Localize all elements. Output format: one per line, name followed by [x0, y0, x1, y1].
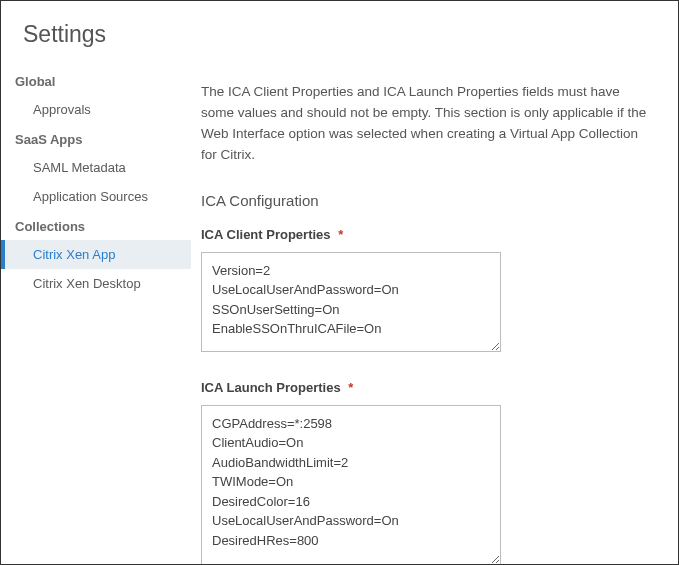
required-marker: *	[338, 227, 343, 242]
nav-label: SAML Metadata	[33, 160, 126, 175]
sidebar-section-collections: Collections	[1, 211, 191, 240]
label-text: ICA Launch Properties	[201, 380, 341, 395]
nav-label: Approvals	[33, 102, 91, 117]
field-ica-launch-properties: ICA Launch Properties *	[201, 380, 648, 564]
nav-label: Citrix Xen App	[33, 247, 115, 262]
required-marker: *	[348, 380, 353, 395]
sidebar: Global Approvals SaaS Apps SAML Metadata…	[1, 64, 191, 564]
sidebar-section-saas-apps: SaaS Apps	[1, 124, 191, 153]
field-ica-client-properties: ICA Client Properties *	[201, 227, 648, 356]
nav-citrix-xen-app[interactable]: Citrix Xen App	[1, 240, 191, 269]
ica-launch-properties-textarea[interactable]	[201, 405, 501, 564]
nav-approvals[interactable]: Approvals	[1, 95, 191, 124]
intro-text: The ICA Client Properties and ICA Launch…	[201, 82, 648, 166]
label-ica-launch-properties: ICA Launch Properties *	[201, 380, 648, 395]
nav-saml-metadata[interactable]: SAML Metadata	[1, 153, 191, 182]
sidebar-section-global: Global	[1, 66, 191, 95]
nav-label: Application Sources	[33, 189, 148, 204]
nav-label: Citrix Xen Desktop	[33, 276, 141, 291]
nav-application-sources[interactable]: Application Sources	[1, 182, 191, 211]
page-header: Settings	[1, 1, 678, 64]
section-title-ica-configuration: ICA Configuration	[201, 192, 648, 209]
nav-citrix-xen-desktop[interactable]: Citrix Xen Desktop	[1, 269, 191, 298]
page-title: Settings	[23, 21, 678, 48]
label-text: ICA Client Properties	[201, 227, 331, 242]
ica-client-properties-textarea[interactable]	[201, 252, 501, 352]
label-ica-client-properties: ICA Client Properties *	[201, 227, 648, 242]
main-content: The ICA Client Properties and ICA Launch…	[191, 64, 678, 564]
